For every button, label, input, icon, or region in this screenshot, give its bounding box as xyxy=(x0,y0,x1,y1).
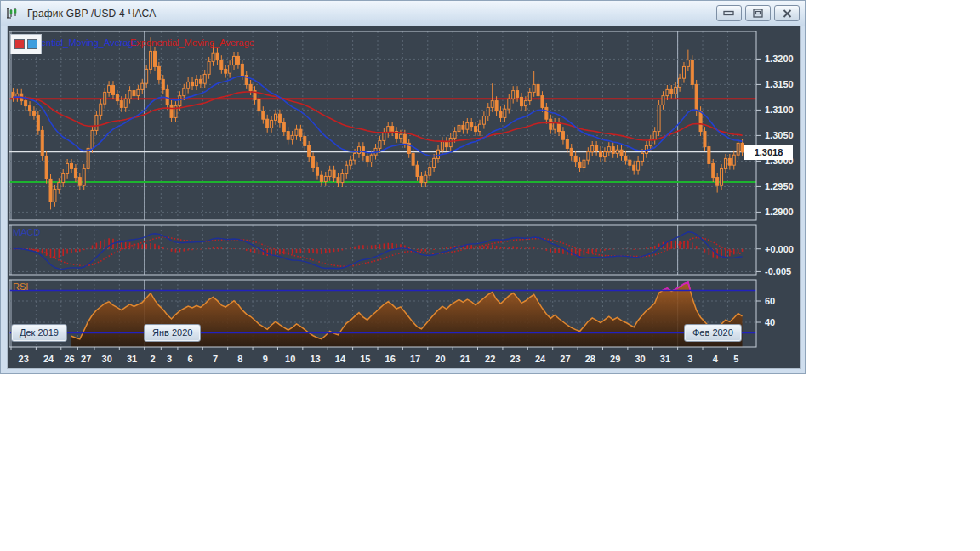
window-titlebar[interactable]: График GBP /USD 4 ЧАСА xyxy=(1,1,805,26)
rsi-indicator-label: RSI xyxy=(13,281,28,292)
svg-text:28: 28 xyxy=(585,354,595,364)
svg-text:5: 5 xyxy=(733,354,738,364)
svg-text:10: 10 xyxy=(285,354,295,364)
svg-text:+0.000: +0.000 xyxy=(765,244,794,254)
window-title: График GBP /USD 4 ЧАСА xyxy=(27,8,156,20)
svg-text:13: 13 xyxy=(310,354,320,364)
svg-text:23: 23 xyxy=(19,354,29,364)
svg-text:9: 9 xyxy=(263,354,268,364)
ema-legend-red: Exponential_Moving_Average xyxy=(130,37,254,48)
chart-canvas[interactable]: 1.32001.31501.31001.30501.30001.29501.29… xyxy=(8,26,800,368)
minimize-icon xyxy=(723,9,735,17)
desktop-background: График GBP /USD 4 ЧАСА xyxy=(0,0,980,551)
svg-text:3: 3 xyxy=(167,354,172,364)
svg-text:30: 30 xyxy=(635,354,645,364)
macd-indicator-label: MACD xyxy=(13,227,40,237)
svg-text:1.3050: 1.3050 xyxy=(765,130,794,140)
svg-text:30: 30 xyxy=(102,354,112,364)
svg-text:6: 6 xyxy=(188,354,193,364)
svg-text:14: 14 xyxy=(335,354,346,364)
restore-button[interactable] xyxy=(745,5,771,21)
svg-text:1.3200: 1.3200 xyxy=(765,54,794,64)
current-price-tag: 1.3018 xyxy=(744,145,793,160)
svg-text:60: 60 xyxy=(765,296,775,306)
svg-text:1.3150: 1.3150 xyxy=(765,79,794,89)
svg-text:16: 16 xyxy=(385,354,396,364)
minimize-button[interactable] xyxy=(716,5,742,21)
svg-text:4: 4 xyxy=(713,354,719,364)
svg-text:22: 22 xyxy=(485,354,495,364)
ema-legend-blue: ential_Moving_Average xyxy=(41,37,139,48)
svg-text:21: 21 xyxy=(460,354,470,364)
svg-text:8: 8 xyxy=(237,354,242,364)
red-swatch-button[interactable] xyxy=(14,39,25,49)
svg-text:40: 40 xyxy=(765,317,775,327)
svg-text:20: 20 xyxy=(435,354,445,364)
macd-pane xyxy=(13,232,742,270)
candles-layer xyxy=(12,37,744,209)
month-button-feb-2020[interactable]: Фев 2020 xyxy=(684,324,742,342)
blue-swatch-button[interactable] xyxy=(27,39,37,49)
price-pane xyxy=(9,37,756,209)
svg-text:29: 29 xyxy=(610,354,620,364)
svg-text:1.3100: 1.3100 xyxy=(765,105,794,115)
chart-icon xyxy=(6,7,20,20)
svg-text:17: 17 xyxy=(410,354,420,364)
close-icon xyxy=(783,9,792,18)
chart-window: График GBP /USD 4 ЧАСА xyxy=(0,0,806,374)
close-button[interactable] xyxy=(774,5,800,21)
svg-text:3: 3 xyxy=(687,354,692,364)
chart-client-area: 1.32001.31501.31001.30501.30001.29501.29… xyxy=(7,26,801,369)
svg-text:23: 23 xyxy=(510,354,521,364)
svg-text:-0.005: -0.005 xyxy=(765,266,791,276)
svg-text:31: 31 xyxy=(127,354,137,364)
svg-text:2: 2 xyxy=(150,354,155,364)
svg-text:1.2900: 1.2900 xyxy=(765,207,794,217)
indicator-toolbox xyxy=(10,34,42,54)
svg-text:7: 7 xyxy=(213,354,218,364)
svg-text:24: 24 xyxy=(43,354,54,364)
month-button-jan-2020[interactable]: Янв 2020 xyxy=(144,324,201,342)
grid-layer xyxy=(9,31,756,347)
restore-icon xyxy=(753,9,763,18)
svg-text:31: 31 xyxy=(660,354,670,364)
svg-text:15: 15 xyxy=(360,354,370,364)
svg-text:27: 27 xyxy=(560,354,570,364)
svg-text:24: 24 xyxy=(535,354,546,364)
month-button-dec-2019[interactable]: Дек 2019 xyxy=(11,324,67,342)
svg-text:27: 27 xyxy=(81,354,91,364)
svg-text:1.2950: 1.2950 xyxy=(765,181,794,191)
svg-text:26: 26 xyxy=(64,354,74,364)
rsi-pane xyxy=(9,282,756,347)
